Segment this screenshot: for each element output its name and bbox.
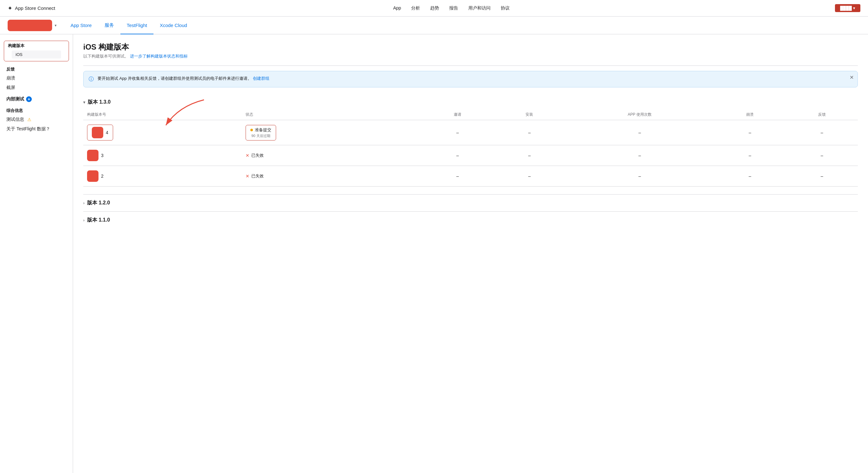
- sidebar-build-section: 构建版本 iOS: [4, 41, 69, 61]
- feedback-cell-3: –: [786, 145, 858, 166]
- col-invite: 邀请: [422, 109, 493, 120]
- col-app-usage: APP 使用次数: [565, 109, 714, 120]
- app-sub-tabs: App Store 服务 TestFlight Xcode Cloud: [64, 17, 193, 34]
- sidebar: 构建版本 iOS 反馈 崩溃 截屏 内部测试 + 综合信息 测试信息 ⚠ 关于 …: [0, 34, 73, 473]
- sidebar-general-title: 综合信息: [0, 104, 73, 115]
- build-number-3: 3: [101, 153, 103, 158]
- nav-link-app[interactable]: App: [393, 5, 401, 11]
- sidebar-test-info-label: 测试信息: [6, 117, 24, 122]
- build-number-cell-2: 2: [83, 166, 242, 186]
- nav-link-analytics[interactable]: 分析: [411, 5, 420, 11]
- invite-cell-2: –: [422, 166, 493, 186]
- sidebar-about-testflight[interactable]: 关于 TestFlight 数据？: [0, 124, 73, 134]
- chevron-down-icon: ▾: [853, 6, 855, 10]
- version-120-label: 版本 1.2.0: [87, 200, 110, 206]
- status-x-icon-2: ✕: [246, 174, 249, 179]
- banner-text: 要开始测试 App 并收集相关反馈，请创建群组并使用测试员的电子邮件来进行邀请。…: [97, 76, 852, 81]
- info-icon: ⓘ: [89, 76, 94, 83]
- crash-cell-2: –: [714, 166, 786, 186]
- sidebar-internal-test-title: 内部测试: [6, 96, 24, 102]
- col-status: 状态: [242, 109, 422, 120]
- status-cell-4: 准备提交 90 天后过期: [242, 120, 422, 145]
- col-install: 安装: [493, 109, 565, 120]
- sidebar-internal-test-section: 内部测试 +: [0, 92, 73, 104]
- top-nav-right: ████ ▾: [835, 4, 860, 12]
- build-icon-3: [87, 150, 98, 161]
- tab-xcode-cloud[interactable]: Xcode Cloud: [153, 17, 193, 34]
- app-usage-cell-3: –: [565, 145, 714, 166]
- app-selector-bar: ▾ App Store 服务 TestFlight Xcode Cloud: [0, 17, 868, 34]
- sidebar-test-info[interactable]: 测试信息 ⚠: [0, 115, 73, 124]
- sidebar-feedback-title: 反馈: [0, 63, 73, 73]
- app-chevron-icon: ▾: [55, 23, 57, 28]
- add-internal-test-button[interactable]: +: [26, 96, 32, 102]
- app-name-selector[interactable]: ▾: [8, 20, 64, 31]
- info-banner: ⓘ 要开始测试 App 并收集相关反馈，请创建群组并使用测试员的电子邮件来进行邀…: [83, 71, 858, 87]
- status-cell-2: ✕ 已失效: [242, 166, 422, 186]
- build-icon-4: [92, 127, 103, 138]
- tab-appstore[interactable]: App Store: [64, 17, 98, 34]
- builds-table-area: 构建版本号 状态 邀请 安装 APP 使用次数 崩溃 反馈: [83, 109, 858, 186]
- nav-link-agreements[interactable]: 协议: [501, 5, 509, 11]
- table-row[interactable]: 3 ✕ 已失效 – – –: [83, 145, 858, 166]
- col-build-number: 构建版本号: [83, 109, 242, 120]
- nav-link-trends[interactable]: 趋势: [430, 5, 439, 11]
- page-subtitle: 以下构建版本可供测试。 进一步了解构建版本状态和指标: [83, 53, 858, 59]
- nav-link-users[interactable]: 用户和访问: [468, 5, 491, 11]
- status-invalid-label-2: 已失效: [251, 173, 264, 179]
- version-section-130: ▾ 版本 1.3.0 构建版本号: [83, 95, 858, 186]
- logo-icon: ✦: [8, 5, 12, 12]
- page-title: iOS 构建版本: [83, 42, 858, 52]
- table-row[interactable]: 2 ✕ 已失效 – – –: [83, 166, 858, 186]
- top-navigation: ✦ App Store Connect App 分析 趋势 报告 用户和访问 协…: [0, 0, 868, 17]
- build-number-2: 2: [101, 174, 103, 179]
- feedback-cell-2: –: [786, 166, 858, 186]
- version-130-chevron: ▾: [83, 100, 85, 105]
- main-layout: 构建版本 iOS 反馈 崩溃 截屏 内部测试 + 综合信息 测试信息 ⚠ 关于 …: [0, 34, 868, 473]
- user-avatar-button[interactable]: ████ ▾: [835, 4, 860, 12]
- status-badge-ready: 准备提交 90 天后过期: [246, 125, 276, 141]
- status-x-icon-3: ✕: [246, 153, 249, 158]
- build-icon-2: [87, 170, 98, 182]
- version-120-header[interactable]: › 版本 1.2.0: [83, 200, 858, 206]
- col-crash: 崩溃: [714, 109, 786, 120]
- status-ready-label: 准备提交: [255, 127, 271, 133]
- subtitle-link[interactable]: 进一步了解构建版本状态和指标: [130, 54, 188, 58]
- feedback-cell-4: –: [786, 120, 858, 145]
- crash-cell-4: –: [714, 120, 786, 145]
- sidebar-crashes[interactable]: 崩溃: [0, 73, 73, 83]
- version-section-110: › 版本 1.1.0: [83, 211, 858, 229]
- create-group-link[interactable]: 创建群组: [253, 76, 270, 81]
- app-store-connect-logo[interactable]: ✦ App Store Connect: [8, 5, 55, 12]
- table-row[interactable]: 4 准备提交 90 天后过期: [83, 120, 858, 145]
- version-110-label: 版本 1.1.0: [87, 217, 110, 224]
- sidebar-build-title: 构建版本: [8, 43, 65, 49]
- warning-icon: ⚠: [27, 117, 31, 122]
- install-cell-4: –: [493, 120, 565, 145]
- version-section-120: › 版本 1.2.0: [83, 194, 858, 211]
- user-label: ████: [840, 6, 852, 10]
- status-badge-invalid-3: ✕ 已失效: [246, 153, 418, 158]
- top-nav-links: App 分析 趋势 报告 用户和访问 协议: [68, 5, 835, 11]
- sidebar-ios-item[interactable]: iOS: [12, 51, 61, 58]
- banner-close-button[interactable]: ✕: [849, 75, 854, 81]
- version-110-header[interactable]: › 版本 1.1.0: [83, 217, 858, 224]
- tab-services[interactable]: 服务: [98, 17, 120, 34]
- builds-table: 构建版本号 状态 邀请 安装 APP 使用次数 崩溃 反馈: [83, 109, 858, 186]
- build-number-cell-3: 3: [83, 145, 242, 166]
- status-badge-invalid-2: ✕ 已失效: [246, 173, 418, 179]
- sidebar-screenshots[interactable]: 截屏: [0, 83, 73, 92]
- tab-testflight[interactable]: TestFlight: [120, 17, 153, 34]
- app-icon-block: [8, 20, 52, 31]
- col-feedback: 反馈: [786, 109, 858, 120]
- build-number-cell-4: 4: [83, 120, 242, 145]
- nav-link-reports[interactable]: 报告: [449, 5, 458, 11]
- version-130-header[interactable]: ▾ 版本 1.3.0: [83, 95, 858, 109]
- title-divider: [83, 65, 858, 66]
- status-dot-yellow: [250, 129, 253, 131]
- status-invalid-label-3: 已失效: [251, 153, 264, 158]
- version-130-label: 版本 1.3.0: [88, 99, 111, 106]
- banner-main-text: 要开始测试 App 并收集相关反馈，请创建群组并使用测试员的电子邮件来进行邀请。: [97, 76, 252, 81]
- status-ready-sub: 90 天后过期: [251, 134, 270, 138]
- logo-text: App Store Connect: [15, 5, 55, 11]
